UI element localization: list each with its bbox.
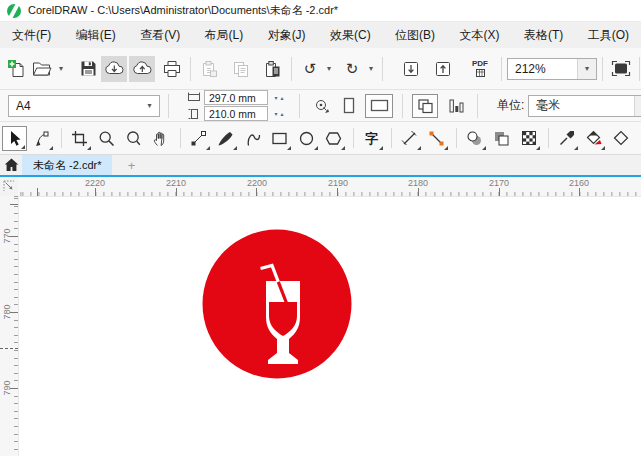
page-size-preset-combobox[interactable]: A4 ▾: [8, 95, 160, 117]
redo-button[interactable]: ↻: [339, 56, 365, 82]
shape-tool[interactable]: [29, 126, 54, 151]
welcome-home-button[interactable]: [0, 155, 22, 175]
menu-item-bitmaps[interactable]: 位图(B): [395, 27, 435, 44]
zoom-out-tool[interactable]: [121, 126, 146, 151]
all-pages-button[interactable]: [412, 94, 438, 118]
page-width-row: 297.0 mm ▾ ▴: [187, 90, 290, 105]
zoom-tool[interactable]: [94, 126, 119, 151]
preset-combo-caret-icon[interactable]: ▾: [140, 96, 159, 116]
artwork-red-circle-cocktail[interactable]: [19, 197, 641, 456]
printer-icon: [163, 60, 181, 78]
export-arrow-icon: [434, 60, 452, 78]
copy-button: [228, 56, 254, 82]
spinner-down-icon[interactable]: ▾: [274, 110, 277, 117]
ellipse-tool[interactable]: [294, 126, 319, 151]
transparency-tool[interactable]: [489, 126, 514, 151]
undo-dropdown-caret[interactable]: ▾: [323, 56, 335, 82]
paste-icon: [264, 60, 282, 78]
menu-item-view[interactable]: 查看(V): [140, 27, 180, 44]
new-document-button[interactable]: [3, 56, 29, 82]
page-height-row: 210.0 mm ▾ ▴: [187, 106, 290, 121]
document-tab-active[interactable]: 未命名 -2.cdr*: [22, 155, 112, 175]
zoom-level-combobox[interactable]: 212% ▾: [507, 58, 597, 80]
artistic-media-tool[interactable]: [213, 126, 238, 151]
freehand-tool[interactable]: [186, 126, 211, 151]
drawing-canvas[interactable]: [18, 196, 641, 456]
pan-tool[interactable]: [148, 126, 173, 151]
save-button[interactable]: [75, 56, 101, 82]
print-button[interactable]: [159, 56, 185, 82]
publish-pdf-button[interactable]: PDF: [464, 56, 496, 82]
horizontal-ruler[interactable]: 2220221022002190218021702160: [18, 177, 641, 196]
page-width-spinner[interactable]: ▾ ▴: [268, 90, 290, 105]
brush-icon: [217, 130, 234, 147]
flyout-caret-icon: [314, 146, 318, 150]
menu-item-text[interactable]: 文本(X): [460, 27, 500, 44]
toolbox-separator: [548, 128, 549, 148]
page-height-field[interactable]: 210.0 mm: [204, 106, 268, 121]
menu-item-layout[interactable]: 布局(L): [205, 27, 244, 44]
cloud-upload-button[interactable]: [129, 56, 155, 82]
menu-item-table[interactable]: 表格(T): [524, 27, 563, 44]
toolbox-separator: [456, 128, 457, 148]
smart-fill-tool[interactable]: [608, 126, 633, 151]
open-dropdown-caret[interactable]: ▾: [55, 56, 67, 82]
page-width-value: 297.0 mm: [209, 92, 256, 104]
vruler-label: 780: [2, 304, 12, 319]
current-page-button[interactable]: [444, 94, 468, 118]
flyout-caret-icon: [601, 146, 605, 150]
eyedropper-icon: [558, 130, 575, 147]
pdf-label: PDF: [472, 60, 488, 68]
open-button[interactable]: [29, 56, 55, 82]
drop-shadow-tool[interactable]: [462, 126, 487, 151]
menu-item-edit[interactable]: 编辑(E): [76, 27, 116, 44]
menu-item-file[interactable]: 文件(F): [12, 27, 51, 44]
flyout-caret-icon: [87, 146, 91, 150]
pick-tool[interactable]: [2, 126, 27, 151]
units-value: 毫米: [536, 97, 560, 114]
save-floppy-icon: [80, 60, 97, 77]
rectangle-tool[interactable]: [267, 126, 292, 151]
color-eyedropper-tool[interactable]: [554, 126, 579, 151]
landscape-orientation-button[interactable]: [365, 94, 393, 118]
spinner-down-icon[interactable]: ▾: [274, 94, 277, 101]
mesh-fill-tool[interactable]: [516, 126, 541, 151]
menu-item-effects[interactable]: 效果(C): [330, 27, 371, 44]
zoom-combo-caret-icon[interactable]: ▾: [577, 59, 596, 79]
crop-tool[interactable]: [67, 126, 92, 151]
undo-button[interactable]: ↺: [297, 56, 323, 82]
units-combobox[interactable]: 毫米 ▾: [528, 95, 641, 117]
polygon-tool[interactable]: [321, 126, 346, 151]
coreldraw-logo-icon: [7, 4, 21, 18]
new-tab-button[interactable]: +: [121, 155, 141, 175]
redo-dropdown-caret[interactable]: ▾: [365, 56, 377, 82]
toolbox: 字: [0, 122, 641, 155]
interactive-fill-tool[interactable]: [581, 126, 606, 151]
page-width-field[interactable]: 297.0 mm: [204, 90, 268, 105]
menu-item-object[interactable]: 对象(J): [268, 27, 306, 44]
fullscreen-preview-button[interactable]: [608, 56, 634, 82]
text-tool[interactable]: 字: [359, 126, 384, 151]
paste-button[interactable]: [260, 56, 286, 82]
hruler-label: 2210: [166, 178, 186, 188]
toolbox-separator: [180, 128, 181, 148]
autofit-page-button[interactable]: [309, 94, 333, 118]
spinner-up-icon[interactable]: ▴: [281, 94, 284, 101]
export-button[interactable]: [430, 56, 456, 82]
units-combo-caret-icon[interactable]: ▾: [634, 96, 641, 116]
menu-item-tools[interactable]: 工具(O): [588, 27, 629, 44]
dimension-tool[interactable]: [397, 126, 422, 151]
spinner-up-icon[interactable]: ▴: [281, 110, 284, 117]
flyout-caret-icon: [417, 146, 421, 150]
hand-icon: [152, 130, 169, 147]
text-tool-glyph: 字: [365, 132, 378, 145]
portrait-orientation-button[interactable]: [338, 94, 360, 118]
import-button[interactable]: [398, 56, 424, 82]
page-height-spinner[interactable]: ▾ ▴: [268, 106, 290, 121]
new-document-icon: [7, 59, 26, 78]
cloud-download-button[interactable]: [101, 56, 127, 82]
vertical-ruler[interactable]: 770780790: [0, 196, 18, 456]
bspline-tool[interactable]: [240, 126, 265, 151]
connector-tool[interactable]: [424, 126, 449, 151]
ruler-origin-corner[interactable]: [0, 177, 18, 196]
